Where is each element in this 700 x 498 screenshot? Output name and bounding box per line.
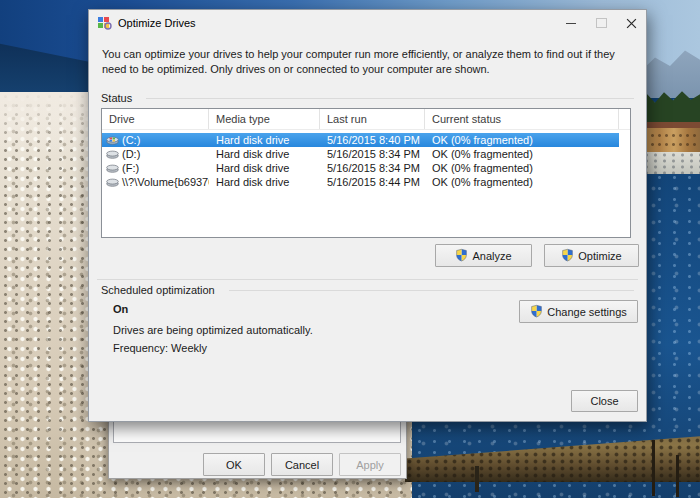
desktop: OK Cancel Apply Optimize Drives <box>0 0 700 498</box>
scheduled-optimization-label: Scheduled optimization <box>101 284 215 296</box>
close-icon[interactable] <box>616 10 646 36</box>
system-drive-icon <box>106 135 119 145</box>
group-separator-line <box>146 98 634 99</box>
drive-icon <box>106 163 119 173</box>
current-status-cell: OK (0% fragmented) <box>425 162 619 174</box>
desktop-background-pole <box>652 440 655 496</box>
group-separator-line <box>229 290 634 291</box>
optimize-button-label: Optimize <box>578 250 621 262</box>
last-run-cell: 5/16/2015 8:40 PM <box>320 134 425 146</box>
drives-table-header: Drive Media type Last run Current status <box>102 109 630 130</box>
current-status-cell: OK (0% fragmented) <box>425 148 619 160</box>
desktop-background-buildings <box>642 122 700 156</box>
column-header-last-run[interactable]: Last run <box>320 109 425 129</box>
change-settings-button-label: Change settings <box>547 306 627 318</box>
last-run-cell: 5/16/2015 8:34 PM <box>320 162 425 174</box>
apply-button[interactable]: Apply <box>339 453 401 476</box>
column-header-current-status[interactable]: Current status <box>425 109 619 129</box>
column-header-filler <box>619 109 630 129</box>
drive-icon <box>106 149 119 159</box>
section-separator <box>97 279 638 280</box>
drive-name: (D:) <box>122 148 140 160</box>
optimize-button[interactable]: Optimize <box>544 244 639 267</box>
properties-dialog: OK Cancel Apply <box>108 413 407 479</box>
table-row-drive-f[interactable]: (F:) Hard disk drive 5/16/2015 8:34 PM O… <box>102 161 630 175</box>
drive-name: (F:) <box>122 162 139 174</box>
status-group-header: Status <box>101 92 636 104</box>
drives-table[interactable]: Drive Media type Last run Current status <box>101 108 631 238</box>
schedule-detail: Drives are being optimized automatically… <box>113 324 313 336</box>
current-status-cell: OK (0% fragmented) <box>425 134 619 146</box>
desktop-background-pole <box>676 455 679 497</box>
close-button-label: Close <box>590 395 618 407</box>
drive-name: (C:) <box>122 134 140 146</box>
uac-shield-icon <box>530 304 543 320</box>
change-settings-button[interactable]: Change settings <box>519 300 638 323</box>
media-type-cell: Hard disk drive <box>209 176 320 188</box>
optimize-drives-app-icon <box>97 15 112 32</box>
window-title: Optimize Drives <box>118 17 196 29</box>
drive-icon <box>106 177 119 187</box>
minimize-icon[interactable] <box>556 10 586 36</box>
ok-button[interactable]: OK <box>203 453 265 476</box>
desktop-background-pole <box>475 466 479 492</box>
uac-shield-icon <box>455 248 468 264</box>
uac-shield-icon <box>561 248 574 264</box>
desktop-background-boats <box>642 152 700 174</box>
status-group-label: Status <box>101 92 132 104</box>
table-row-volume[interactable]: \\?\Volume{b69370... Hard disk drive 5/1… <box>102 175 630 189</box>
maximize-icon[interactable] <box>586 10 616 36</box>
table-row-drive-c[interactable]: (C:) Hard disk drive 5/16/2015 8:40 PM O… <box>102 133 619 147</box>
schedule-state: On <box>113 303 128 315</box>
media-type-cell: Hard disk drive <box>209 148 320 160</box>
titlebar: Optimize Drives <box>89 10 646 36</box>
media-type-cell: Hard disk drive <box>209 162 320 174</box>
analyze-button[interactable]: Analyze <box>435 244 532 267</box>
table-row-drive-d[interactable]: (D:) Hard disk drive 5/16/2015 8:34 PM O… <box>102 147 630 161</box>
last-run-cell: 5/16/2015 8:34 PM <box>320 148 425 160</box>
column-header-drive[interactable]: Drive <box>102 109 209 129</box>
schedule-frequency: Frequency: Weekly <box>113 342 207 354</box>
last-run-cell: 5/16/2015 8:44 PM <box>320 176 425 188</box>
media-type-cell: Hard disk drive <box>209 134 320 146</box>
current-status-cell: OK (0% fragmented) <box>425 176 619 188</box>
drive-name: \\?\Volume{b69370... <box>122 176 209 188</box>
scheduled-optimization-header: Scheduled optimization <box>101 284 636 296</box>
analyze-button-label: Analyze <box>472 250 511 262</box>
optimize-drives-window: Optimize Drives You can optimize your dr… <box>88 9 647 422</box>
column-header-media-type[interactable]: Media type <box>209 109 320 129</box>
description-text: You can optimize your drives to help you… <box>102 47 630 77</box>
cancel-button[interactable]: Cancel <box>271 453 333 476</box>
close-button[interactable]: Close <box>571 390 638 412</box>
